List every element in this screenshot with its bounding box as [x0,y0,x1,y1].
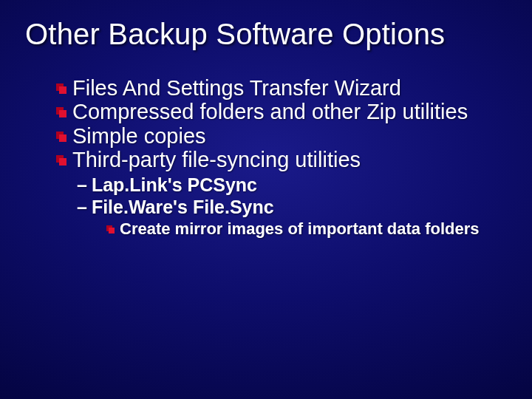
sub-list-item: – Lap.Link's PCSync [56,174,507,196]
bullet-text: Third-party file-syncing utilities [72,148,361,171]
sub-list-item: – File.Ware's File.Sync [56,196,507,218]
slide: Other Backup Software Options Files And … [0,0,532,399]
dash-bullet-icon: – [77,174,87,196]
list-item: Simple copies [56,124,507,148]
slide-content: Files And Settings Transfer Wizard Compr… [25,76,507,239]
subsub-bullet-text: Create mirror images of important data f… [120,219,480,239]
bullet-text: Simple copies [72,124,206,148]
bullet-text: Compressed folders and other Zip utiliti… [72,100,468,123]
square-bullet-icon [106,225,115,233]
sub-bullet-text: File.Ware's File.Sync [92,196,274,218]
square-bullet-icon [56,83,66,94]
square-bullet-icon [56,155,66,166]
subsub-list-item: Create mirror images of important data f… [56,219,507,239]
square-bullet-icon [56,132,66,142]
square-bullet-icon [56,107,66,117]
bullet-text: Files And Settings Transfer Wizard [72,76,401,100]
list-item: Files And Settings Transfer Wizard [56,76,507,100]
dash-bullet-icon: – [77,196,87,218]
sub-bullet-text: Lap.Link's PCSync [92,174,257,196]
slide-title: Other Backup Software Options [25,18,507,51]
list-item: Compressed folders and other Zip utiliti… [56,100,507,123]
list-item: Third-party file-syncing utilities [56,148,507,171]
